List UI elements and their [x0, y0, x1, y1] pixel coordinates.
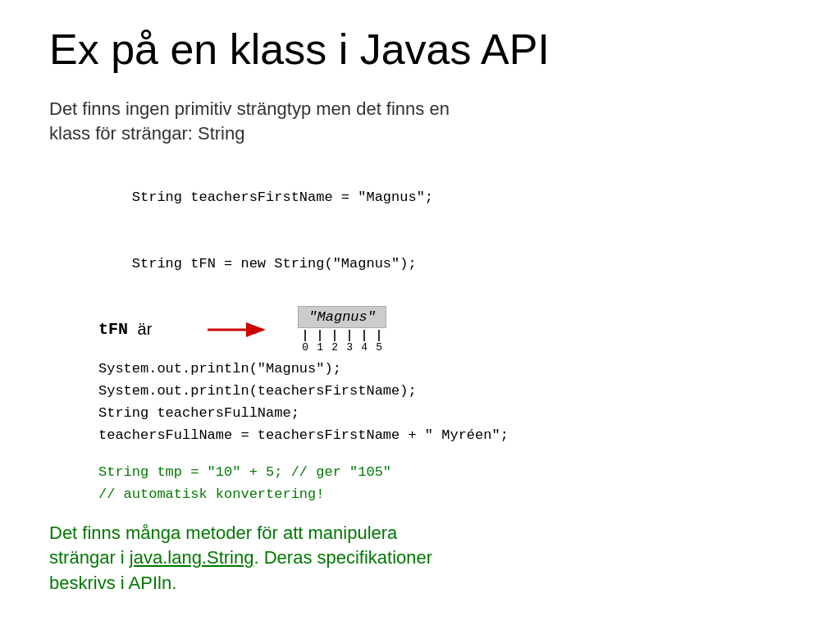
intro-line1: Det finns ingen primitiv strängtyp men d… [49, 98, 450, 119]
code-line-2: String tFN = new String("Magnus"); [132, 256, 417, 272]
code2-line4: teachersFullName = teachersFirstName + "… [98, 427, 509, 443]
bottom-line2-prefix: strängar i [49, 547, 130, 568]
magnus-label: "Magnus" [298, 306, 386, 328]
code2-line1: System.out.println("Magnus"); [98, 361, 341, 377]
code2-line2: System.out.println(teachersFirstName); [98, 383, 417, 399]
bottom-line2-suffix: . Deras specifikationer [253, 547, 432, 568]
intro-line2: klass för strängar: String [49, 123, 244, 144]
tick-3: 3 [342, 330, 357, 354]
ar-word: är [133, 320, 175, 339]
code-block-1: String teachersFirstName = "Magnus"; Str… [98, 163, 791, 297]
tick-5: 5 [372, 330, 386, 354]
code3-line2: // automatisk konvertering! [98, 486, 324, 502]
arrow-svg [208, 315, 273, 345]
magnus-wrapper: "Magnus" 0 1 2 3 [298, 306, 386, 354]
code-block-2: System.out.println("Magnus"); System.out… [98, 358, 791, 447]
bottom-line1: Det finns många metoder för att manipule… [49, 523, 397, 543]
slide-title: Ex på en klass i Javas API [49, 25, 791, 74]
intro-text: Det finns ingen primitiv strängtyp men d… [49, 97, 791, 145]
diagram-row: tFN är "Magnus" 0 1 [98, 306, 791, 354]
tick-2: 2 [327, 330, 342, 354]
code-block-3: String tmp = "10" + 5; // ger "105" // a… [98, 461, 791, 505]
tick-0: 0 [298, 330, 313, 354]
slide-container: Ex på en klass i Javas API Det finns ing… [0, 0, 840, 630]
code3-line1: String tmp = "10" + 5; // ger "105" [98, 464, 391, 480]
tfn-label: tFN [98, 320, 128, 339]
tick-4: 4 [357, 330, 372, 354]
bottom-line2-link: java.lang.String [130, 547, 254, 568]
code2-line3: String teachersFullName; [98, 405, 299, 421]
code-line-1: String teachersFirstName = "Magnus"; [132, 189, 433, 205]
tick-1: 1 [313, 330, 327, 354]
tick-row: 0 1 2 3 4 [298, 330, 386, 354]
bottom-line3: beskrivs i APIln. [49, 573, 176, 593]
bottom-text: Det finns många metoder för att manipule… [49, 521, 791, 596]
